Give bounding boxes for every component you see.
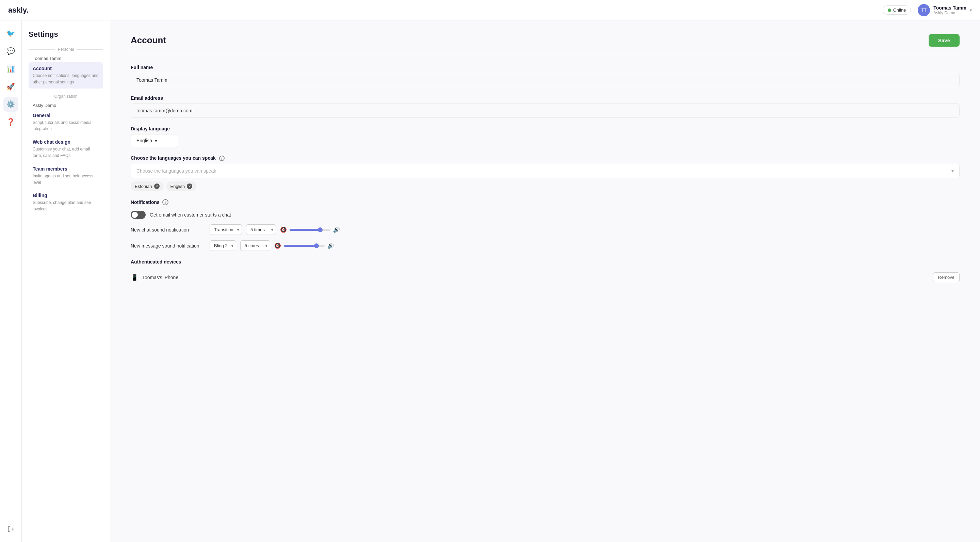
- main-layout: 🐦 💬 📊 🚀 ⚙️ ❓ Settings Personal Toomas Ta…: [0, 21, 980, 542]
- user-org: Askly Demo: [933, 11, 966, 15]
- device-row: 📱 Toomas's iPhone Remove: [130, 269, 959, 285]
- user-text: Toomas Tamm Askly Demo: [933, 5, 966, 15]
- email-notification-label: Get email when customer starts a chat: [150, 212, 231, 218]
- status-badge[interactable]: Online: [883, 5, 911, 14]
- display-language-label: Display language: [130, 126, 959, 131]
- display-language-group: Display language English ▾: [130, 126, 959, 147]
- user-name: Toomas Tamm: [933, 5, 966, 11]
- volume-min-icon: 🔇: [274, 242, 281, 249]
- org-user: Askly Demo: [29, 102, 103, 109]
- new-chat-times-select-wrapper: 1 time 2 times 3 times 5 times 10 times: [246, 224, 276, 235]
- org-label: Organization: [54, 94, 77, 99]
- new-message-sound-row: New message sound notification Bling 2 B…: [130, 240, 959, 251]
- slider-fill: [290, 229, 320, 231]
- personal-section-divider: Personal: [29, 47, 103, 52]
- email-label: Email address: [130, 95, 959, 101]
- display-language-select[interactable]: English ▾: [130, 134, 178, 147]
- personal-label: Personal: [58, 47, 74, 52]
- account-nav-desc: Choose notifications, languages and othe…: [33, 73, 98, 84]
- new-chat-sound-select-wrapper: Transition Bling Chime Bell: [210, 224, 242, 235]
- sidebar-item-team[interactable]: Team members Invite agents and set their…: [29, 163, 103, 189]
- user-info[interactable]: TT Toomas Tamm Askly Demo ▾: [918, 4, 972, 16]
- chat-volume-slider[interactable]: [290, 229, 331, 231]
- authenticated-devices-section: Authenticated devices 📱 Toomas's iPhone …: [130, 259, 959, 285]
- content-area: Account Save Full name Email address Dis…: [110, 21, 980, 542]
- nav-icon-conversations[interactable]: 💬: [3, 43, 18, 59]
- language-tags: Estonian ✕ English ✕: [130, 182, 959, 191]
- navbar-left: askly.: [8, 6, 29, 14]
- spoken-languages-group: Choose the languages you can speak i Cho…: [130, 155, 959, 191]
- avatar: TT: [918, 4, 930, 16]
- slider-thumb[interactable]: [318, 228, 323, 232]
- new-message-sound-select-wrapper: Bling 2 Bling Chime Bell: [210, 240, 236, 251]
- remove-estonian-button[interactable]: ✕: [154, 183, 159, 189]
- slider-thumb[interactable]: [314, 244, 319, 248]
- nav-icon-settings[interactable]: ⚙️: [3, 97, 18, 112]
- nav-icon-help[interactable]: ❓: [3, 115, 18, 129]
- new-message-times-select-wrapper: 1 time 2 times 3 times 5 times 10 times: [240, 240, 270, 251]
- new-chat-sound-label: New chat sound notification: [130, 227, 205, 233]
- notifications-label: Notifications: [130, 199, 159, 205]
- display-language-value: English: [137, 138, 152, 143]
- email-input[interactable]: [130, 104, 959, 118]
- volume-max-icon: 🔊: [333, 226, 340, 233]
- device-action-button[interactable]: Remove: [933, 273, 959, 282]
- tag-label: English: [170, 184, 185, 189]
- slider-fill: [284, 245, 317, 247]
- sidebar-item-account[interactable]: Account Choose notifications, languages …: [29, 62, 103, 89]
- content-header: Account Save: [130, 34, 959, 47]
- notifications-info-icon: i: [162, 199, 169, 205]
- volume-min-icon: 🔇: [280, 226, 287, 233]
- chat-volume-row: 🔇 🔊: [280, 226, 340, 233]
- email-notification-toggle[interactable]: [130, 211, 146, 219]
- new-message-sound-select[interactable]: Bling 2 Bling Chime Bell: [210, 240, 236, 251]
- new-chat-times-select[interactable]: 1 time 2 times 3 times 5 times 10 times: [246, 224, 276, 235]
- message-volume-slider[interactable]: [284, 245, 325, 247]
- team-nav-label: Team members: [33, 166, 99, 172]
- nav-icon-chat[interactable]: 🐦: [3, 26, 18, 41]
- nav-icon-logout[interactable]: [3, 521, 18, 537]
- account-nav-label: Account: [33, 66, 99, 71]
- org-section-divider: Organization: [29, 94, 103, 99]
- chevron-down-icon: ▾: [951, 168, 954, 174]
- auth-devices-label: Authenticated devices: [130, 259, 959, 265]
- remove-english-button[interactable]: ✕: [187, 183, 192, 189]
- chevron-down-icon: ▾: [970, 8, 972, 13]
- header-divider: [130, 55, 959, 55]
- new-chat-sound-row: New chat sound notification Transition B…: [130, 224, 959, 235]
- spoken-languages-label: Choose the languages you can speak i: [130, 155, 959, 161]
- billing-nav-desc: Subscribe, change plan and see invoices: [33, 200, 91, 211]
- new-message-times-select[interactable]: 1 time 2 times 3 times 5 times 10 times: [240, 240, 270, 251]
- notifications-group: Notifications i Get email when customer …: [130, 199, 959, 251]
- tag-label: Estonian: [135, 184, 152, 189]
- save-button[interactable]: Save: [929, 34, 959, 47]
- status-label: Online: [893, 8, 906, 13]
- sidebar-item-webchat[interactable]: Web chat design Customise your chat, add…: [29, 136, 103, 162]
- full-name-label: Full name: [130, 65, 959, 70]
- volume-max-icon: 🔊: [327, 242, 334, 249]
- settings-sidebar: Settings Personal Toomas Tamm Account Ch…: [22, 21, 110, 542]
- new-chat-sound-select[interactable]: Transition Bling Chime Bell: [210, 224, 242, 235]
- team-nav-desc: Invite agents and set their access level: [33, 174, 93, 185]
- sidebar-item-billing[interactable]: Billing Subscribe, change plan and see i…: [29, 189, 103, 215]
- chevron-down-icon: ▾: [155, 138, 157, 143]
- spoken-languages-placeholder: Choose the languages you can speak: [137, 168, 216, 174]
- general-nav-label: General: [33, 113, 99, 118]
- sidebar-item-general[interactable]: General Script, tutorials and social med…: [29, 109, 103, 136]
- logo: askly.: [8, 6, 29, 14]
- full-name-group: Full name: [130, 65, 959, 87]
- message-volume-row: 🔇 🔊: [274, 242, 334, 249]
- icon-sidebar: 🐦 💬 📊 🚀 ⚙️ ❓: [0, 21, 22, 542]
- status-dot: [888, 8, 891, 12]
- language-tag-estonian: Estonian ✕: [130, 182, 164, 191]
- email-notification-row: Get email when customer starts a chat: [130, 211, 959, 219]
- navbar: askly. Online TT Toomas Tamm Askly Demo …: [0, 0, 980, 21]
- nav-icon-rocket[interactable]: 🚀: [3, 79, 18, 94]
- toggle-knob: [132, 212, 138, 218]
- full-name-input[interactable]: [130, 73, 959, 87]
- spoken-languages-dropdown[interactable]: Choose the languages you can speak ▾: [130, 164, 959, 178]
- webchat-nav-label: Web chat design: [33, 139, 99, 145]
- page-title: Account: [130, 35, 166, 46]
- nav-icon-analytics[interactable]: 📊: [3, 61, 18, 76]
- email-group: Email address: [130, 95, 959, 118]
